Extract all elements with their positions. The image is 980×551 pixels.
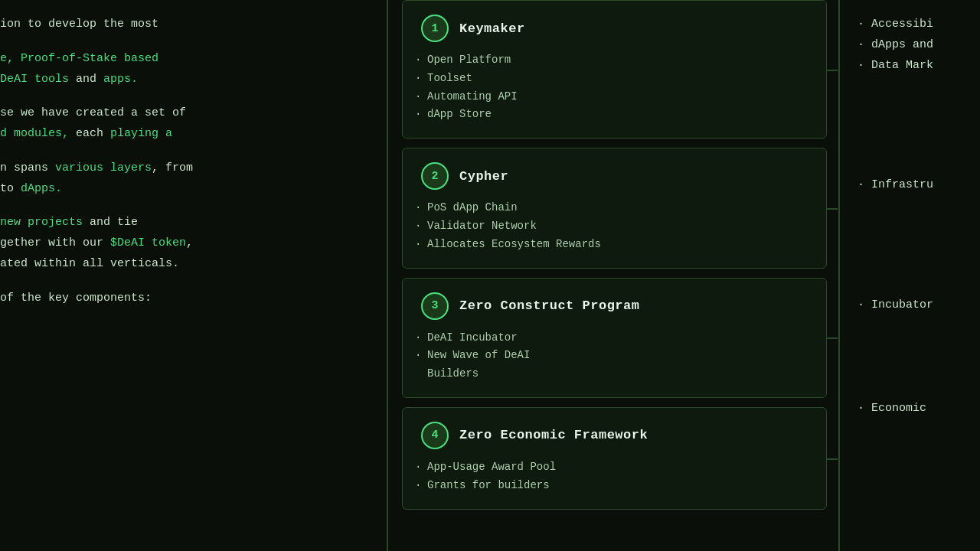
left-line-9: gether with our $DeAI token, (0, 234, 368, 253)
card-zero-economic-items: App-Usage Award Pool Grants for builders (421, 458, 808, 495)
card-zero-economic-number: 4 (421, 422, 449, 449)
card-cypher: 2 Cypher PoS dApp Chain Validator Networ… (402, 148, 827, 268)
right-line-dapps: · dApps and (858, 36, 980, 55)
right-panel-line (838, 0, 840, 551)
left-line-8: new projects and tie (0, 214, 368, 233)
card-zero-economic-title: Zero Economic Framework (459, 428, 648, 442)
left-line-11: of the key components: (0, 289, 368, 308)
right-line-accessible: · Accessibi (858, 15, 980, 34)
left-line-1: ion to develop the most (0, 15, 368, 34)
left-line-2: e, Proof-of-Stake based (0, 50, 368, 69)
list-item: dApp Store (421, 106, 808, 124)
left-line-10: ated within all verticals. (0, 255, 368, 274)
card-zero-construct-header: 3 Zero Construct Program (421, 292, 808, 320)
h-connector-1 (826, 70, 838, 71)
card-zero-construct-items: DeAI Incubator New Wave of DeAIBuilders (421, 329, 808, 383)
list-item: Allocates Ecosystem Rewards (421, 236, 808, 254)
card-cypher-number: 2 (421, 162, 449, 190)
list-item: Toolset (421, 70, 808, 88)
left-line-5: d modules, each playing a (0, 125, 368, 144)
left-panel: ion to develop the most e, Proof-of-Stak… (0, 0, 390, 551)
card-keymaker-header: 1 Keymaker (421, 15, 808, 42)
connector-line (387, 0, 388, 551)
card-cypher-title: Cypher (459, 169, 508, 184)
right-line-infra: · Infrastru (858, 176, 980, 195)
list-item: Open Platform (421, 51, 808, 70)
right-line-data: · Data Mark (858, 57, 980, 76)
h-connector-4 (826, 458, 838, 460)
list-item: Automating API (421, 88, 808, 106)
list-item: PoS dApp Chain (421, 199, 808, 217)
list-item: DeAI Incubator (421, 329, 808, 347)
card-zero-construct: 3 Zero Construct Program DeAI Incubator … (402, 278, 827, 398)
list-item: Grants for builders (421, 477, 808, 495)
card-zero-construct-title: Zero Construct Program (459, 298, 639, 313)
list-item: App-Usage Award Pool (421, 458, 808, 477)
right-line-economic: · Economic (858, 399, 980, 419)
card-zero-economic: 4 Zero Economic Framework App-Usage Awar… (402, 407, 827, 510)
left-text-block: ion to develop the most e, Proof-of-Stak… (0, 15, 368, 308)
left-line-3: DeAI tools and apps. (0, 70, 368, 90)
card-cypher-header: 2 Cypher (421, 162, 808, 190)
card-zero-construct-number: 3 (421, 292, 449, 320)
center-panel: 1 Keymaker Open Platform Toolset Automat… (390, 0, 838, 551)
card-zero-economic-header: 4 Zero Economic Framework (421, 422, 808, 449)
card-cypher-items: PoS dApp Chain Validator Network Allocat… (421, 199, 808, 253)
left-line-4: se we have created a set of (0, 104, 368, 123)
h-connector-2 (826, 208, 838, 210)
card-keymaker: 1 Keymaker Open Platform Toolset Automat… (402, 0, 827, 139)
card-keymaker-title: Keymaker (459, 21, 525, 36)
list-item: New Wave of DeAIBuilders (421, 347, 808, 383)
h-connector-3 (826, 337, 838, 339)
right-line-incubator: · Incubator (858, 296, 980, 315)
card-keymaker-items: Open Platform Toolset Automating API dAp… (421, 51, 808, 124)
right-panel: · Accessibi · dApps and · Data Mark · In… (838, 0, 980, 551)
list-item: Validator Network (421, 217, 808, 236)
left-line-6: n spans various layers, from (0, 159, 368, 178)
page-wrapper: ion to develop the most e, Proof-of-Stak… (0, 0, 980, 551)
right-text-block: · Accessibi · dApps and · Data Mark · In… (850, 15, 980, 419)
card-keymaker-number: 1 (421, 15, 449, 42)
left-line-7: to dApps. (0, 180, 368, 199)
